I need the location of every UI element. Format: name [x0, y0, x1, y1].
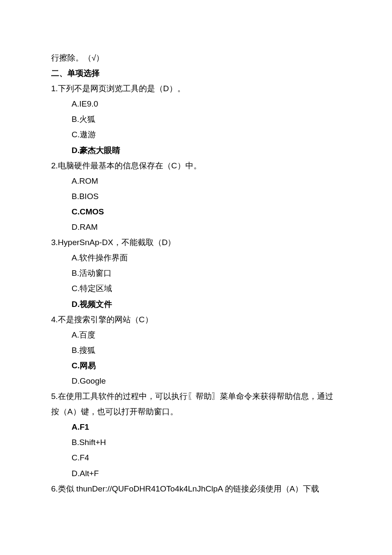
question-stem: 2.电脑硬件最基本的信息保存在（C）中。: [51, 158, 341, 173]
question-option: C.网易: [51, 358, 341, 373]
document-page: 行擦除。（√） 二、单项选择 1.下列不是网页浏览工具的是（D）。A.IE9.0…: [0, 0, 392, 555]
question-option: A.百度: [51, 327, 341, 343]
question-option: B.活动窗口: [51, 266, 341, 281]
question-option: D.豪杰大眼睛: [51, 143, 341, 158]
question-stem: 5.在使用工具软件的过程中，可以执行〖帮助〗菜单命令来获得帮助信息，通过按（A）…: [51, 389, 341, 419]
questions-container: 1.下列不是网页浏览工具的是（D）。A.IE9.0B.火狐C.遨游D.豪杰大眼睛…: [51, 81, 341, 497]
intro-fragment: 行擦除。（√）: [51, 50, 341, 66]
question-option: B.搜狐: [51, 343, 341, 358]
question-option: A.F1: [51, 419, 341, 435]
question-option: A.软件操作界面: [51, 250, 341, 266]
question-stem: 6.类似 thunDer://QUFoDHR41OTo4k4LnJhClpA 的…: [51, 481, 341, 497]
question-option: B.BIOS: [51, 189, 341, 204]
question-option: D.RAM: [51, 220, 341, 235]
question-option: C.特定区域: [51, 281, 341, 296]
question-option: B.火狐: [51, 112, 341, 127]
question-option: C.遨游: [51, 127, 341, 142]
question-option: C.CMOS: [51, 204, 341, 220]
question-option: C.F4: [51, 450, 341, 465]
section-heading: 二、单项选择: [51, 66, 341, 81]
question-option: D.Alt+F: [51, 466, 341, 481]
question-stem: 3.HyperSnAp-DX，不能截取（D）: [51, 235, 341, 250]
question-option: B.Shift+H: [51, 435, 341, 450]
question-stem: 4.不是搜索引擎的网站（C）: [51, 312, 341, 327]
question-option: D.Google: [51, 373, 341, 389]
question-stem: 1.下列不是网页浏览工具的是（D）。: [51, 81, 341, 96]
question-option: A.ROM: [51, 173, 341, 189]
question-option: A.IE9.0: [51, 96, 341, 112]
question-option: D.视频文件: [51, 297, 341, 312]
